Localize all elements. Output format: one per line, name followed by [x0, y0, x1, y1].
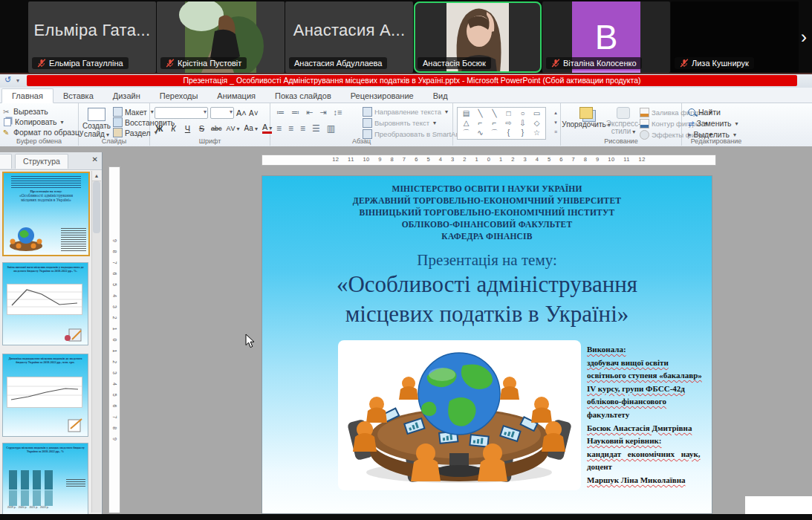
- tab-retsenzirovanie[interactable]: Рецензирование: [341, 89, 423, 103]
- shape-textbox-icon[interactable]: ▤: [459, 108, 473, 118]
- thumb2-chart: [7, 284, 82, 315]
- scrollbar-thumb[interactable]: [93, 181, 100, 233]
- tab-glavnaya[interactable]: Главная: [1, 88, 53, 103]
- participant-name: Ельміра Гатаулліна: [49, 59, 123, 68]
- tab-slides-partial[interactable]: [0, 154, 12, 169]
- align-text-button[interactable]: Выровнять текст: [361, 117, 438, 129]
- slide-thumbnail-2[interactable]: Зміна питомої ваги місцевих податків у н…: [2, 262, 88, 345]
- shape-arrow-line-icon[interactable]: ╲: [487, 108, 501, 118]
- shape-triangle-icon[interactable]: △: [459, 118, 473, 128]
- shape-curve-icon[interactable]: ∿: [473, 128, 487, 137]
- editing-area: Структура ✕ Презентація на тему: «Особли…: [0, 146, 812, 514]
- format-painter-button[interactable]: ✎ Формат по образцу: [1, 127, 78, 137]
- text-direction-icon: [363, 107, 372, 117]
- participant-tile[interactable]: Лиза Кушнирук: [671, 1, 799, 73]
- shape-star-icon[interactable]: ☆: [530, 128, 544, 137]
- strikethrough-button[interactable]: S: [197, 124, 207, 133]
- shape-left-brace-icon[interactable]: {: [501, 128, 516, 137]
- new-slide-button[interactable]: Создать слайд: [82, 107, 111, 140]
- char-spacing-button[interactable]: АV: [227, 125, 240, 132]
- cut-label: Вырезать: [13, 107, 48, 116]
- tab-pokaz-slaidov[interactable]: Показ слайдов: [265, 89, 341, 103]
- pane-scrollbar[interactable]: ▲: [91, 171, 101, 513]
- tab-outline[interactable]: Структура: [15, 154, 68, 169]
- numbering-icon[interactable]: ≕: [291, 108, 299, 117]
- layout-button[interactable]: Макет: [111, 106, 155, 117]
- shape-diamond-icon[interactable]: ◇: [530, 118, 544, 128]
- replace-icon: ⇄: [688, 120, 694, 128]
- slide-thumbnail-3[interactable]: Динаміка надходження місцевих податків д…: [2, 354, 88, 437]
- increase-indent-icon[interactable]: ⇥: [319, 108, 326, 117]
- copy-button[interactable]: Копировать: [1, 117, 78, 127]
- tab-dizain[interactable]: Дизайн: [103, 89, 150, 103]
- shape-ellipse-icon[interactable]: ○: [516, 108, 530, 118]
- author-line: Маршук Ліна Миколаївна: [587, 474, 712, 487]
- shape-elbow-arrow-icon[interactable]: ⌐: [487, 118, 501, 128]
- qat-dropdown-icon[interactable]: ▾: [16, 77, 19, 84]
- scroll-up-icon[interactable]: ▲: [92, 171, 101, 181]
- slide-thumbnail-1[interactable]: Презентація на тему: «Особливості адміні…: [2, 172, 90, 256]
- participant-tile[interactable]: Ельміра Гата... Ельміра Гатаулліна: [28, 1, 156, 73]
- shrink-font-button[interactable]: А˅: [249, 109, 259, 117]
- shape-arc-icon[interactable]: ⌒: [459, 128, 473, 137]
- horizontal-ruler[interactable]: 12 11 10 9 8 7 6 5 4 3 2 1 0 1 2 3 4 5 6…: [262, 155, 716, 166]
- text-direction-button[interactable]: Направление текста: [361, 106, 449, 117]
- vertical-ruler[interactable]: 9 8 7 6 5 4 3 2 1 0 1 2 3 4 5 6 7 8 9: [108, 166, 120, 513]
- bold-button[interactable]: Ж: [155, 124, 164, 133]
- align-right-icon[interactable]: ≡: [300, 123, 305, 134]
- group-drawing: Упорядочить Экспресс-стили Заливка фигур…: [561, 103, 682, 146]
- replace-button[interactable]: ⇄ Заменить: [686, 118, 740, 129]
- justify-icon[interactable]: ☰: [312, 123, 320, 134]
- mouse-cursor: [245, 334, 256, 348]
- group-paragraph: ≔ ≕ ⇤ ⇥ ↕≡ ≡ ≡ ≡ ☰ ▥ Направление текста …: [270, 103, 453, 146]
- participant-tile-active[interactable]: Анастасія Босюк: [414, 1, 542, 73]
- participant-tile[interactable]: Анастасия А... Анастасия Абдуллаева: [285, 1, 413, 73]
- shape-rectangle-icon[interactable]: □: [501, 108, 516, 118]
- cut-button[interactable]: ✂ Вырезать: [1, 106, 78, 117]
- pane-close-icon[interactable]: ✕: [92, 155, 98, 163]
- arrange-button[interactable]: Упорядочить: [564, 106, 608, 129]
- italic-button[interactable]: К: [169, 124, 178, 133]
- tab-perekhody[interactable]: Переходы: [150, 89, 208, 103]
- tab-vstavka[interactable]: Вставка: [53, 89, 103, 103]
- align-center-icon[interactable]: ≡: [288, 123, 293, 134]
- thumb4-title: Структура місцевих податків у доходах зв…: [3, 443, 88, 453]
- group-label-font: Шрифт: [150, 137, 270, 145]
- participant-tile[interactable]: B Віталіна Колосенко: [542, 1, 670, 73]
- grow-font-button[interactable]: А˄: [236, 108, 247, 117]
- shape-rounded-rect-icon[interactable]: ▭: [530, 108, 544, 118]
- quick-styles-button[interactable]: Экспресс-стили: [607, 106, 640, 137]
- shadow-button[interactable]: abc: [211, 125, 222, 132]
- shape-right-arrow-icon[interactable]: ⇨: [501, 118, 516, 128]
- slide-thumbnail-4[interactable]: Структура місцевих податків у доходах зв…: [2, 443, 88, 516]
- line-spacing-icon[interactable]: ↕≡: [333, 108, 342, 117]
- change-case-button[interactable]: Аа: [244, 124, 258, 132]
- shapes-scroll-up[interactable]: ▴: [554, 108, 557, 117]
- font-name-combo[interactable]: [155, 107, 208, 119]
- underline-button[interactable]: Ч: [183, 124, 192, 133]
- font-size-combo[interactable]: [210, 107, 234, 119]
- find-button[interactable]: Найти: [686, 107, 722, 117]
- shape-elbow-icon[interactable]: ⌐: [473, 118, 487, 128]
- shape-arc2-icon[interactable]: ⌒: [487, 128, 501, 137]
- participant-tile[interactable]: Крістіна Пустовіт: [157, 1, 285, 73]
- undo-icon[interactable]: ↺: [4, 75, 11, 85]
- slide-canvas[interactable]: МІНІСТЕРСТВО ОСВІТИ І НАУКИ УКРАЇНИ ДЕРЖ…: [262, 176, 712, 513]
- muted-mic-icon: [680, 59, 689, 68]
- shape-down-arrow-icon[interactable]: ⇩: [516, 118, 530, 128]
- window-title[interactable]: Презентація _ Особливості Адмініструванн…: [27, 75, 797, 86]
- bullets-icon[interactable]: ≔: [276, 108, 285, 117]
- author-line: факультету: [587, 409, 712, 422]
- tab-animatsiya[interactable]: Анимация: [207, 89, 265, 103]
- columns-icon[interactable]: ▥: [327, 123, 335, 134]
- shape-line-icon[interactable]: ╲: [473, 108, 487, 118]
- shapes-scroll-down[interactable]: ▾: [554, 117, 557, 127]
- decrease-indent-icon[interactable]: ⇤: [306, 108, 313, 117]
- author-line: доцент: [587, 461, 712, 474]
- shape-outline-icon: [640, 119, 649, 129]
- shape-right-brace-icon[interactable]: }: [516, 128, 530, 137]
- next-participants-arrow[interactable]: ›: [797, 28, 811, 48]
- align-left-icon[interactable]: ≡: [276, 123, 282, 134]
- tab-vid[interactable]: Вид: [423, 89, 458, 103]
- shapes-more-button[interactable]: ≡: [554, 127, 557, 137]
